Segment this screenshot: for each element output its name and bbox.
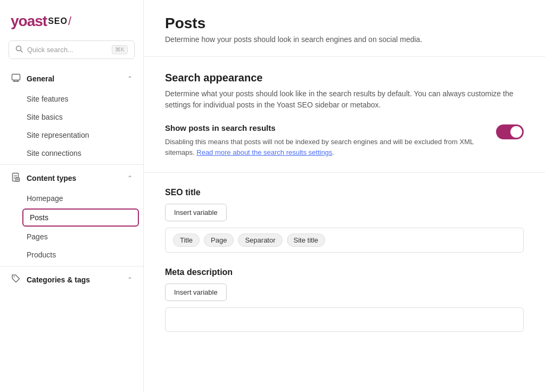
chevron-up-icon: ⌃ xyxy=(127,75,133,82)
search-placeholder-text: Quick search... xyxy=(27,46,108,54)
toggle-row: Show posts in search results Disabling t… xyxy=(165,123,524,157)
nav-group-general-label: General xyxy=(27,74,122,83)
chevron-up-icon-3: ⌃ xyxy=(127,276,133,283)
nav-group-general: General ⌃ Site features Site basics Site… xyxy=(0,68,143,162)
nav-group-categories-tags-header[interactable]: Categories & tags ⌃ xyxy=(0,269,143,291)
toggle-link[interactable]: Read more about the search results setti… xyxy=(196,148,332,156)
toggle-label: Show posts in search results xyxy=(165,123,485,132)
svg-line-1 xyxy=(21,51,23,53)
page-title: Posts xyxy=(165,15,524,32)
nav-general-items: Site features Site basics Site represent… xyxy=(0,90,143,162)
logo-slash: / xyxy=(68,14,71,28)
nav-group-content-types: Content types ⌃ Homepage Posts Pages Pro… xyxy=(0,167,143,264)
sidebar-item-pages[interactable]: Pages xyxy=(0,228,143,246)
sidebar-item-site-features[interactable]: Site features xyxy=(0,90,143,108)
seo-tag-page: Page xyxy=(204,233,234,247)
meta-description-label: Meta description xyxy=(165,268,524,277)
seo-tag-site-title: Site title xyxy=(287,233,325,247)
search-box[interactable]: Quick search... ⌘K xyxy=(9,40,135,59)
logo-seo-text: SEO xyxy=(48,16,68,26)
nav-content-type-items: Homepage Posts Pages Products xyxy=(0,189,143,264)
seo-title-label: SEO title xyxy=(165,188,524,197)
toggle-check-icon: ✓ xyxy=(515,128,521,136)
meta-description-insert-variable-button[interactable]: Insert variable xyxy=(165,283,227,301)
toggle-link-suffix: . xyxy=(332,148,334,156)
nav-group-categories-tags-label: Categories & tags xyxy=(27,276,122,284)
meta-description-input[interactable] xyxy=(165,307,524,332)
chevron-up-icon-2: ⌃ xyxy=(127,174,133,182)
nav-group-content-types-label: Content types xyxy=(27,174,122,182)
sidebar-item-products[interactable]: Products xyxy=(0,246,143,264)
nav-group-general-header[interactable]: General ⌃ xyxy=(0,68,143,90)
sidebar-item-site-connections[interactable]: Site connections xyxy=(0,144,143,162)
search-appearance-title: Search appearance xyxy=(165,72,524,84)
divider-1 xyxy=(0,164,143,165)
main-content: Posts Determine how your posts should lo… xyxy=(144,0,545,392)
logo: yoast SEO / xyxy=(0,0,143,40)
meta-description-section: Meta description Insert variable xyxy=(144,268,545,347)
search-shortcut: ⌘K xyxy=(112,45,128,54)
sidebar-item-site-representation[interactable]: Site representation xyxy=(0,126,143,144)
toggle-desc: Disabling this means that posts will not… xyxy=(165,137,485,157)
sidebar-item-homepage[interactable]: Homepage xyxy=(0,189,143,207)
search-icon xyxy=(15,45,23,54)
tag-icon xyxy=(11,274,21,286)
seo-tag-separator: Separator xyxy=(238,233,282,247)
search-appearance-section: Search appearance Determine what your po… xyxy=(144,57,545,173)
toggle-label-group: Show posts in search results Disabling t… xyxy=(165,123,485,157)
toggle-switch[interactable]: ✓ xyxy=(496,124,524,139)
search-appearance-desc: Determine what your posts should look li… xyxy=(165,88,524,111)
nav-group-content-types-header[interactable]: Content types ⌃ xyxy=(0,167,143,189)
divider-2 xyxy=(0,266,143,266)
sidebar: yoast SEO / Quick search... ⌘K General xyxy=(0,0,144,392)
nav-group-categories-tags: Categories & tags ⌃ xyxy=(0,269,143,291)
seo-title-tags-input[interactable]: Title Page Separator Site title xyxy=(165,228,524,253)
seo-title-insert-variable-button[interactable]: Insert variable xyxy=(165,204,227,221)
svg-point-13 xyxy=(14,277,15,278)
page-header: Posts Determine how your posts should lo… xyxy=(144,0,545,57)
monitor-icon xyxy=(11,73,21,85)
sidebar-item-posts[interactable]: Posts xyxy=(22,208,139,227)
seo-tag-title: Title xyxy=(173,233,200,247)
sidebar-item-site-basics[interactable]: Site basics xyxy=(0,108,143,126)
svg-rect-2 xyxy=(12,74,20,80)
document-icon xyxy=(11,172,21,184)
logo-yoast-text: yoast xyxy=(11,13,47,30)
page-subtitle: Determine how your posts should look in … xyxy=(165,35,524,44)
seo-title-section: SEO title Insert variable Title Page Sep… xyxy=(144,173,545,268)
